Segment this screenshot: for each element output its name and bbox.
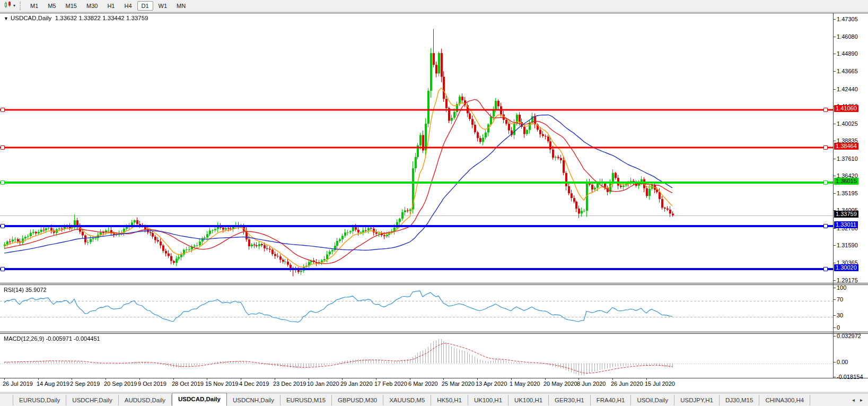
chart-tab-china300-h4[interactable]: CHINA300,H4 [759,395,810,405]
date-tick-mark [646,378,647,380]
price-line-label: 1.36015 [834,178,858,185]
date-label: 10 Jan 2020 [307,381,339,387]
price-tick-mark [834,176,836,176]
rsi-panel: RSI(14) 35.9072 [0,284,868,332]
toolbar: ▾ M1M5M15M30H1H4D1W1MN [0,0,868,12]
timeframe-button-m15[interactable]: M15 [62,1,81,11]
chart-tab-hk50-h1[interactable]: HK50,H1 [431,395,468,405]
price-tick-mark [834,89,836,90]
date-tick-mark [173,378,174,380]
date-label: 15 Nov 2019 [205,381,238,387]
date-tick-mark [139,378,140,380]
date-label: 9 Oct 2019 [138,381,166,387]
timeframe-button-m30[interactable]: M30 [82,1,102,11]
rsi-tick-mark [834,327,836,328]
chart-tab-usoil-daily[interactable]: USOil,Daily [631,395,674,405]
candlestick-chart-icon [4,1,12,11]
chart-tab-eurusd-m15[interactable]: EURUSD,M15 [280,395,332,405]
tab-scroll-left-icon[interactable]: ◂ [852,397,855,403]
date-tick-mark [511,378,512,380]
price-tick-mark [834,159,836,159]
rsi-tick-mark [834,288,836,288]
date-label: 1 May 2020 [510,381,540,387]
date-label: 13 Apr 2020 [476,381,507,387]
chart-tab-uk100-h1[interactable]: UK100,H1 [468,395,508,405]
chart-ohlc-values: 1.33632 1.33822 1.33442 1.33759 [55,15,148,21]
macd-canvas[interactable] [0,334,833,378]
timeframe-button-w1[interactable]: W1 [154,1,172,11]
price-tick-mark [834,54,836,54]
chart-tab-usdjpy-h1[interactable]: USDJPY,H1 [674,395,720,405]
chart-tab-audusd-daily[interactable]: AUDUSD,Daily [119,395,172,405]
rsi-tick-label: 70 [837,296,843,303]
chart-tab-usdchf-daily[interactable]: USDCHF,Daily [66,395,118,405]
date-label: 28 Oct 2019 [172,381,204,387]
date-label: 15 Jul 2020 [645,381,675,387]
date-tick-mark [545,378,546,380]
date-tick-mark [72,378,72,380]
chart-tab-dj30-m15[interactable]: DJ30,M15 [720,395,759,405]
date-tick-mark [342,378,343,380]
price-tick-mark [834,124,836,124]
price-tick-mark [834,280,836,281]
main-chart-panel: ▼USDCAD,Daily 1.33632 1.33822 1.33442 1.… [0,13,868,283]
price-tick-mark [834,37,836,37]
price-line-label: 1.38464 [834,143,858,150]
chart-tab-ger30-h1[interactable]: GER30,H1 [549,395,591,405]
tab-scroll-arrows: ◂▸ [852,393,868,406]
chart-tab-gbpusd-m30[interactable]: GBPUSD,M30 [332,395,383,405]
chart-type-button[interactable]: ▾ [2,0,17,12]
macd-tick-label: 0.032972 [837,333,861,339]
date-tick-mark [376,378,376,380]
price-tick-label: 1.42440 [837,86,858,92]
date-label: 14 Aug 2019 [37,381,69,387]
rsi-tick-mark [834,299,836,300]
chart-tab-eurusd-daily[interactable]: EURUSD,Daily [13,395,66,405]
price-tick-mark [834,71,836,72]
price-axis-separator [833,13,834,378]
date-label: 4 Dec 2019 [239,381,269,387]
timeframe-button-m1[interactable]: M1 [26,1,42,11]
price-tick-mark [834,141,836,141]
timeframe-button-m5[interactable]: M5 [43,1,60,11]
timeframe-buttons: M1M5M15M30H1H4D1W1MN [25,1,190,11]
date-tick-mark [309,378,309,380]
date-tick-mark [38,378,39,380]
timeframe-button-mn[interactable]: MN [172,1,190,11]
price-tick-label: 1.44890 [837,50,858,57]
date-tick-mark [578,378,579,380]
macd-tick-mark [834,336,836,336]
chart-symbol-period: USDCAD,Daily [11,15,51,21]
chart-tab-fra40-h1[interactable]: FRA40,H1 [591,395,632,405]
chart-tab-xauusd-m5[interactable]: XAUUSD,M5 [383,395,431,405]
price-tick-mark [834,245,836,246]
date-label: 25 Mar 2020 [442,381,475,387]
price-line-label: 1.30020 [834,264,858,271]
date-label: 17 Feb 2020 [374,381,407,387]
timeframe-button-d1[interactable]: D1 [137,1,153,11]
date-label: 2 Sep 2019 [70,381,100,387]
toolbar-grip[interactable] [20,2,22,10]
price-tick-label: 1.43665 [837,68,858,74]
chart-tab-uk100-h1[interactable]: UK100,H1 [508,395,549,405]
chart-tab-usdcad-daily[interactable]: USDCAD,Daily [172,393,227,406]
date-tick-mark [4,378,5,380]
chart-tab-usdcnh-daily[interactable]: USDCNH,Daily [227,395,280,405]
macd-current-values: -0.005971 -0.004451 [46,335,100,342]
macd-tick-label: 0.00 [837,359,848,365]
tab-scroll-right-icon[interactable]: ▸ [860,397,863,403]
timeframe-button-h1[interactable]: H1 [103,1,119,11]
date-tick-mark [106,378,106,380]
macd-tick-mark [834,362,836,362]
price-line-label: 1.33011 [834,221,858,228]
rsi-tick-label: 30 [837,312,843,318]
date-label: 20 May 2020 [543,381,577,387]
rsi-canvas[interactable] [0,286,833,332]
price-tick-mark [834,263,836,263]
rsi-tick-label: 0 [837,324,840,331]
date-label: 8 Jun 2020 [577,381,606,387]
date-label: 20 Sep 2019 [104,381,137,387]
timeframe-button-h4[interactable]: H4 [120,1,136,11]
macd-panel: MACD(12,26,9) -0.005971 -0.004451 [0,333,868,378]
main-chart-canvas[interactable] [0,14,833,283]
